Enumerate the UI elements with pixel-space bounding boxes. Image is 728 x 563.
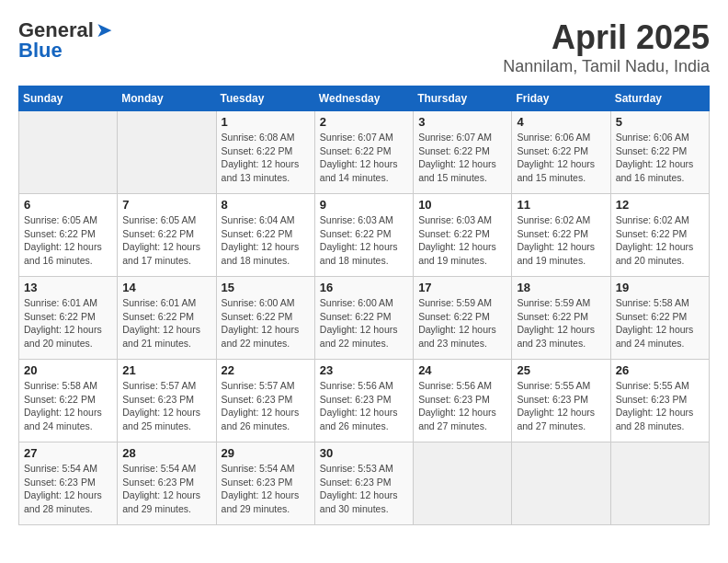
day-sun-info: Sunrise: 6:00 AMSunset: 6:22 PMDaylight:… (320, 296, 408, 350)
calendar-cell: 4Sunrise: 6:06 AMSunset: 6:22 PMDaylight… (512, 111, 610, 194)
day-sun-info: Sunrise: 6:01 AMSunset: 6:22 PMDaylight:… (122, 296, 210, 350)
calendar-week-1: 1Sunrise: 6:08 AMSunset: 6:22 PMDaylight… (19, 111, 710, 194)
logo-bird-icon: ➤ (96, 18, 112, 42)
calendar-cell: 6Sunrise: 6:05 AMSunset: 6:22 PMDaylight… (19, 194, 118, 277)
day-sun-info: Sunrise: 5:54 AMSunset: 6:23 PMDaylight:… (24, 462, 112, 516)
calendar-cell: 28Sunrise: 5:54 AMSunset: 6:23 PMDayligh… (118, 442, 216, 525)
calendar-cell: 21Sunrise: 5:57 AMSunset: 6:23 PMDayligh… (118, 360, 216, 442)
day-sun-info: Sunrise: 5:53 AMSunset: 6:23 PMDaylight:… (320, 462, 408, 516)
calendar-cell (414, 442, 512, 525)
day-number: 29 (222, 446, 310, 460)
day-number: 10 (418, 198, 506, 212)
day-number: 19 (616, 281, 704, 294)
day-number: 11 (517, 198, 605, 212)
day-number: 18 (517, 281, 605, 294)
calendar-cell (512, 442, 610, 525)
day-sun-info: Sunrise: 6:01 AMSunset: 6:22 PMDaylight:… (24, 296, 112, 350)
calendar-cell: 9Sunrise: 6:03 AMSunset: 6:22 PMDaylight… (314, 194, 413, 277)
day-number: 25 (517, 363, 605, 377)
day-sun-info: Sunrise: 5:57 AMSunset: 6:23 PMDaylight:… (122, 379, 210, 433)
day-number: 23 (320, 363, 408, 377)
day-number: 12 (616, 198, 704, 212)
calendar-cell: 23Sunrise: 5:56 AMSunset: 6:23 PMDayligh… (314, 360, 413, 442)
logo-text-blue: Blue (18, 39, 63, 63)
calendar-month-year: April 2025 (503, 18, 710, 57)
calendar-cell: 26Sunrise: 5:55 AMSunset: 6:23 PMDayligh… (610, 360, 709, 442)
calendar-cell: 19Sunrise: 5:58 AMSunset: 6:22 PMDayligh… (610, 277, 709, 360)
calendar-cell: 10Sunrise: 6:03 AMSunset: 6:22 PMDayligh… (414, 194, 512, 277)
day-sun-info: Sunrise: 5:56 AMSunset: 6:23 PMDaylight:… (418, 379, 506, 433)
day-sun-info: Sunrise: 6:02 AMSunset: 6:22 PMDaylight:… (517, 213, 605, 268)
day-number: 20 (24, 363, 112, 377)
day-number: 7 (122, 198, 210, 212)
day-sun-info: Sunrise: 5:58 AMSunset: 6:22 PMDaylight:… (24, 379, 112, 433)
day-number: 24 (418, 363, 506, 377)
calendar-cell: 12Sunrise: 6:02 AMSunset: 6:22 PMDayligh… (610, 194, 709, 277)
calendar-cell: 7Sunrise: 6:05 AMSunset: 6:22 PMDaylight… (118, 194, 216, 277)
calendar-cell: 5Sunrise: 6:06 AMSunset: 6:22 PMDaylight… (610, 111, 709, 194)
day-number: 6 (24, 198, 112, 212)
day-sun-info: Sunrise: 5:57 AMSunset: 6:23 PMDaylight:… (222, 379, 310, 433)
day-sun-info: Sunrise: 6:02 AMSunset: 6:22 PMDaylight:… (616, 213, 704, 268)
day-number: 5 (616, 115, 704, 129)
day-number: 28 (122, 446, 210, 460)
day-sun-info: Sunrise: 6:08 AMSunset: 6:22 PMDaylight:… (222, 131, 310, 185)
day-sun-info: Sunrise: 6:03 AMSunset: 6:22 PMDaylight:… (320, 213, 408, 268)
day-number: 1 (222, 115, 310, 129)
day-number: 9 (320, 198, 408, 212)
calendar-cell: 8Sunrise: 6:04 AMSunset: 6:22 PMDaylight… (216, 194, 314, 277)
day-of-week-wednesday: Wednesday (314, 86, 413, 111)
calendar-table: SundayMondayTuesdayWednesdayThursdayFrid… (18, 86, 710, 525)
calendar-cell: 24Sunrise: 5:56 AMSunset: 6:23 PMDayligh… (414, 360, 512, 442)
calendar-header: SundayMondayTuesdayWednesdayThursdayFrid… (19, 86, 710, 111)
day-of-week-friday: Friday (512, 86, 610, 111)
day-sun-info: Sunrise: 6:05 AMSunset: 6:22 PMDaylight:… (122, 213, 210, 268)
day-sun-info: Sunrise: 6:00 AMSunset: 6:22 PMDaylight:… (222, 296, 310, 350)
calendar-cell: 29Sunrise: 5:54 AMSunset: 6:23 PMDayligh… (216, 442, 314, 525)
day-sun-info: Sunrise: 5:55 AMSunset: 6:23 PMDaylight:… (616, 379, 704, 433)
day-sun-info: Sunrise: 5:55 AMSunset: 6:23 PMDaylight:… (517, 379, 605, 433)
calendar-week-3: 13Sunrise: 6:01 AMSunset: 6:22 PMDayligh… (19, 277, 710, 360)
page-header: General ➤ Blue April 2025 Nannilam, Tami… (18, 18, 710, 76)
day-of-week-tuesday: Tuesday (216, 86, 314, 111)
day-number: 17 (418, 281, 506, 294)
calendar-cell: 20Sunrise: 5:58 AMSunset: 6:22 PMDayligh… (19, 360, 118, 442)
day-number: 27 (24, 446, 112, 460)
calendar-cell: 15Sunrise: 6:00 AMSunset: 6:22 PMDayligh… (216, 277, 314, 360)
day-number: 22 (222, 363, 310, 377)
day-number: 26 (616, 363, 704, 377)
calendar-title-block: April 2025 Nannilam, Tamil Nadu, India (503, 18, 710, 76)
day-number: 14 (122, 281, 210, 294)
day-number: 21 (122, 363, 210, 377)
day-number: 3 (418, 115, 506, 129)
calendar-cell: 22Sunrise: 5:57 AMSunset: 6:23 PMDayligh… (216, 360, 314, 442)
day-sun-info: Sunrise: 5:54 AMSunset: 6:23 PMDaylight:… (222, 462, 310, 516)
day-sun-info: Sunrise: 5:58 AMSunset: 6:22 PMDaylight:… (616, 296, 704, 350)
day-sun-info: Sunrise: 6:06 AMSunset: 6:22 PMDaylight:… (517, 131, 605, 185)
day-sun-info: Sunrise: 6:07 AMSunset: 6:22 PMDaylight:… (418, 131, 506, 185)
calendar-cell (118, 111, 216, 194)
calendar-week-5: 27Sunrise: 5:54 AMSunset: 6:23 PMDayligh… (19, 442, 710, 525)
calendar-cell: 1Sunrise: 6:08 AMSunset: 6:22 PMDaylight… (216, 111, 314, 194)
calendar-cell: 11Sunrise: 6:02 AMSunset: 6:22 PMDayligh… (512, 194, 610, 277)
calendar-cell: 13Sunrise: 6:01 AMSunset: 6:22 PMDayligh… (19, 277, 118, 360)
calendar-cell: 18Sunrise: 5:59 AMSunset: 6:22 PMDayligh… (512, 277, 610, 360)
day-sun-info: Sunrise: 5:56 AMSunset: 6:23 PMDaylight:… (320, 379, 408, 433)
calendar-location: Nannilam, Tamil Nadu, India (503, 57, 710, 76)
day-sun-info: Sunrise: 6:06 AMSunset: 6:22 PMDaylight:… (616, 131, 704, 185)
day-sun-info: Sunrise: 6:05 AMSunset: 6:22 PMDaylight:… (24, 213, 112, 268)
calendar-cell: 3Sunrise: 6:07 AMSunset: 6:22 PMDaylight… (414, 111, 512, 194)
calendar-body: 1Sunrise: 6:08 AMSunset: 6:22 PMDaylight… (19, 111, 710, 525)
calendar-cell: 2Sunrise: 6:07 AMSunset: 6:22 PMDaylight… (314, 111, 413, 194)
day-sun-info: Sunrise: 5:59 AMSunset: 6:22 PMDaylight:… (517, 296, 605, 350)
day-of-week-sunday: Sunday (19, 86, 118, 111)
day-number: 2 (320, 115, 408, 129)
calendar-cell (19, 111, 118, 194)
logo: General ➤ Blue (18, 18, 112, 63)
day-sun-info: Sunrise: 5:59 AMSunset: 6:22 PMDaylight:… (418, 296, 506, 350)
day-sun-info: Sunrise: 6:03 AMSunset: 6:22 PMDaylight:… (418, 213, 506, 268)
day-number: 15 (222, 281, 310, 294)
day-number: 30 (320, 446, 408, 460)
calendar-cell: 27Sunrise: 5:54 AMSunset: 6:23 PMDayligh… (19, 442, 118, 525)
calendar-cell: 16Sunrise: 6:00 AMSunset: 6:22 PMDayligh… (314, 277, 413, 360)
